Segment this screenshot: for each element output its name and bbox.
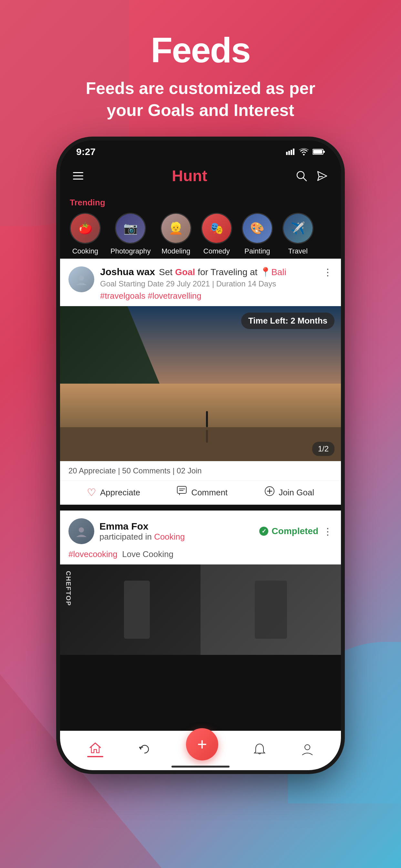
post-avatar-img-1 (68, 267, 94, 292)
join-icon (265, 486, 275, 499)
signal-icon (286, 149, 295, 155)
image-counter: 1/2 (312, 442, 335, 456)
status-time: 9:27 (76, 146, 96, 157)
home-indicator (172, 766, 229, 768)
svg-rect-2 (290, 150, 292, 155)
nav-notifications[interactable] (253, 743, 266, 755)
post-action-text: Set Goal for Traveling at 📍Bali (157, 267, 286, 277)
post-image-bg-1 (60, 306, 341, 461)
post-participated: participated in Cooking (99, 532, 185, 542)
post-user-info-1: Joshua wax Set Goal for Traveling at 📍Ba… (68, 267, 286, 301)
trending-item-modeling[interactable]: 👱 Modeling (160, 213, 191, 255)
svg-rect-0 (286, 152, 288, 155)
post-user-section-2: Emma Fox participated in Cooking (68, 518, 185, 544)
post-stats-1: 20 Appreciate | 50 Comments | 02 Join (60, 461, 341, 481)
svg-rect-6 (313, 150, 322, 154)
person-reflection (206, 430, 208, 443)
svg-line-9 (303, 178, 306, 181)
svg-rect-3 (293, 149, 295, 155)
profile-icon (301, 743, 314, 755)
trending-avatar-modeling: 👱 (160, 213, 191, 244)
chef-figure-1 (124, 581, 150, 639)
page-header: Feeds Feeds are customized as per your G… (71, 32, 330, 121)
post-header-2: Emma Fox participated in Cooking ✓ Compl… (60, 510, 341, 549)
chef-figure-2 (255, 581, 287, 639)
nav-actions (296, 170, 328, 182)
home-icon (89, 741, 102, 754)
svg-rect-1 (288, 151, 290, 155)
post-user-text-2: Emma Fox participated in Cooking (99, 521, 185, 542)
phone-screen: 9:27 (60, 141, 341, 770)
home-active-indicator (87, 756, 103, 757)
appreciate-label: Appreciate (100, 488, 140, 498)
trending-item-cooking[interactable]: 🍅 Cooking (70, 213, 101, 255)
post-action-line: Joshua wax Set Goal for Traveling at 📍Ba… (100, 267, 286, 277)
comment-button[interactable]: Comment (177, 486, 227, 499)
svg-rect-12 (177, 486, 186, 493)
heart-icon: ♡ (87, 486, 96, 499)
content-area: Trending 🍅 Cooking 📷 Photography (60, 191, 341, 731)
send-icon[interactable] (316, 170, 328, 182)
nav-home[interactable] (87, 741, 103, 757)
trending-item-painting[interactable]: 🎨 Painting (242, 213, 273, 255)
trending-item-photography[interactable]: 📷 Photography (111, 213, 151, 255)
status-bar: 9:27 (60, 141, 341, 160)
menu-button[interactable] (73, 172, 83, 180)
nav-profile[interactable] (301, 743, 314, 755)
svg-point-19 (305, 745, 310, 750)
time-badge: Time Left: 2 Months (241, 313, 335, 329)
post-image-1: Time Left: 2 Months 1/2 (60, 306, 341, 461)
trending-item-comedy[interactable]: 🎭 Comedy (201, 213, 232, 255)
page-subtitle: Feeds are customized as per your Goals a… (71, 78, 330, 121)
trending-avatar-painting: 🎨 (242, 213, 273, 244)
post-card-2: Emma Fox participated in Cooking ✓ Compl… (60, 510, 341, 655)
wifi-icon (299, 148, 309, 155)
post-tags-1: #travelgoals #lovetravelling (100, 291, 286, 301)
beach-water (60, 383, 341, 430)
menu-line-1 (73, 172, 83, 173)
post-meta-1: Goal Starting Date 29 July 2021 | Durati… (100, 279, 286, 288)
trending-name-comedy: Comedy (204, 247, 230, 255)
bell-icon (253, 743, 266, 755)
menu-line-3 (73, 179, 83, 180)
completed-label: Completed (272, 526, 318, 536)
trending-name-modeling: Modeling (161, 247, 190, 255)
trending-item-travel[interactable]: ✈️ Travel (282, 213, 313, 255)
trending-label: Trending (70, 197, 331, 208)
post2-tags: #lovecooking Love Cooking (60, 549, 341, 564)
trending-list: 🍅 Cooking 📷 Photography 👱 (70, 213, 331, 255)
post-avatar-2 (68, 518, 94, 544)
battery-icon (312, 149, 325, 155)
svg-point-4 (303, 154, 305, 156)
join-goal-button[interactable]: Join Goal (265, 486, 314, 499)
more-options-button-1[interactable]: ⋮ (323, 267, 333, 278)
add-button[interactable]: + (186, 728, 218, 761)
chef-panel-right (201, 564, 341, 655)
comment-icon (177, 486, 187, 499)
appreciate-button[interactable]: ♡ Appreciate (87, 486, 140, 499)
trending-avatar-travel: ✈️ (282, 213, 313, 244)
svg-point-11 (79, 275, 84, 281)
person-figure (206, 411, 208, 427)
post-header-1: Joshua wax Set Goal for Traveling at 📍Ba… (60, 259, 341, 306)
status-icons (286, 148, 325, 155)
chef-panel-left: CHEFTOP (60, 564, 201, 655)
nav-bar: Hunt (60, 160, 341, 191)
post-avatar-1 (68, 267, 94, 292)
more-options-button-2[interactable]: ⋮ (323, 526, 333, 537)
trending-avatar-comedy: 🎭 (201, 213, 232, 244)
nav-refresh[interactable] (138, 743, 151, 755)
trending-section: Trending 🍅 Cooking 📷 Photography (60, 191, 341, 259)
completed-check-icon: ✓ (259, 527, 268, 536)
post-username-2: Emma Fox (99, 521, 185, 532)
join-label: Join Goal (279, 488, 314, 498)
comment-label: Comment (191, 488, 227, 498)
chef-watermark: CHEFTOP (65, 571, 72, 606)
post-username-1: Joshua wax (100, 267, 155, 277)
svg-point-18 (79, 527, 84, 532)
trending-name-photography: Photography (111, 247, 151, 255)
trending-avatar-photography: 📷 (115, 213, 146, 244)
post-actions-1: ♡ Appreciate Comment (60, 481, 341, 505)
search-icon[interactable] (296, 170, 307, 182)
refresh-icon (138, 743, 151, 755)
